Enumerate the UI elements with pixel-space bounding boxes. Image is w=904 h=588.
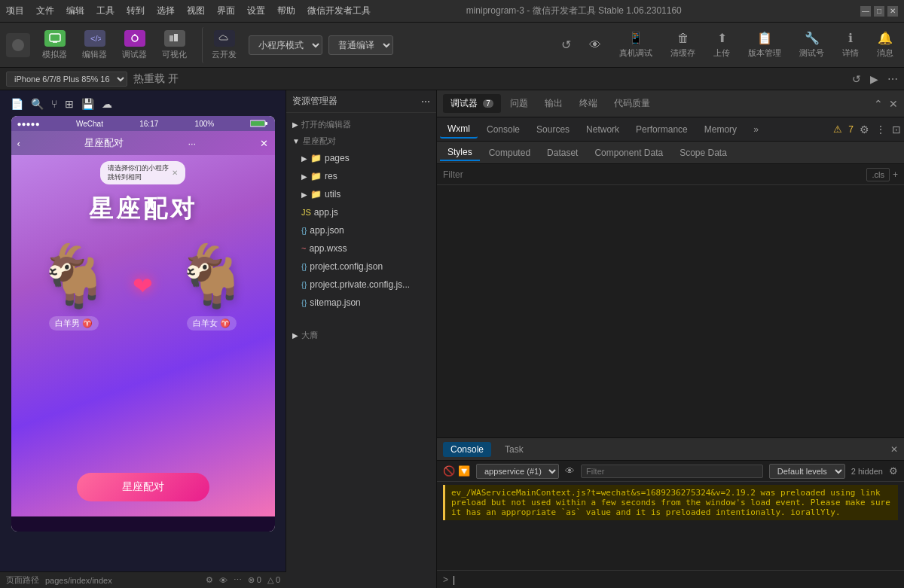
editor-icon: </> xyxy=(84,30,105,47)
sub-tab-console[interactable]: Console xyxy=(479,121,527,138)
hint-close-icon[interactable]: ✕ xyxy=(172,169,178,177)
console-service-select[interactable]: appservice (#1) xyxy=(476,464,559,479)
version-button[interactable]: 📋 版本管理 xyxy=(744,28,786,62)
tab-output[interactable]: 输出 xyxy=(537,94,570,113)
project-header[interactable]: ▼ 星座配对 xyxy=(286,133,436,149)
console-ban-icon[interactable]: 🚫 xyxy=(443,465,455,477)
cloud-dev-button[interactable]: 云开发 xyxy=(202,27,243,63)
footer-more-icon[interactable]: ⋯ xyxy=(234,575,242,585)
sub-tab-menu-icon[interactable]: ⋮ xyxy=(875,123,886,136)
file-app-js[interactable]: JS app.js xyxy=(286,203,436,221)
console-filter-input[interactable] xyxy=(581,465,763,478)
close-button[interactable]: ✕ xyxy=(887,6,898,17)
sub-tab-more[interactable]: » xyxy=(746,121,766,138)
console-task-tab[interactable]: Task xyxy=(497,442,531,457)
file-panel-icon-search[interactable]: 🔍 xyxy=(31,98,44,110)
menu-item-project[interactable]: 项目 xyxy=(6,5,24,17)
sub-tab-detach-icon[interactable]: ⊡ xyxy=(892,123,901,136)
folder-pages[interactable]: ▶ 📁 pages xyxy=(286,149,436,167)
sub-tab-performance[interactable]: Performance xyxy=(628,121,695,138)
footer-eye-icon[interactable]: 👁 xyxy=(219,576,228,585)
style-tab-styles[interactable]: Styles xyxy=(440,145,480,161)
sub-tab-sources[interactable]: Sources xyxy=(529,121,577,138)
open-editors-header[interactable]: ▶ 打开的编辑器 xyxy=(286,116,436,133)
style-tab-computed[interactable]: Computed xyxy=(481,145,538,160)
tab-quality[interactable]: 代码质量 xyxy=(606,94,658,113)
compile-select[interactable]: 普通编译 xyxy=(328,35,393,55)
tab-terminal[interactable]: 终端 xyxy=(572,94,605,113)
sub-tab-settings-icon[interactable]: ⚙ xyxy=(860,123,869,136)
cloud-icon xyxy=(214,30,235,47)
file-panel-icon-save[interactable]: 💾 xyxy=(81,98,94,110)
menu-item-file[interactable]: 文件 xyxy=(36,5,54,17)
menu-item-view[interactable]: 视图 xyxy=(187,5,205,17)
main-action-button[interactable]: 星座配对 xyxy=(77,473,209,501)
style-tab-scope-data[interactable]: Scope Data xyxy=(672,145,734,160)
tab-debugger[interactable]: 调试器 7 xyxy=(443,94,501,113)
detail-button[interactable]: ℹ 详情 xyxy=(838,28,863,62)
style-tab-component-data[interactable]: Component Data xyxy=(587,145,670,160)
file-panel-icon-branch[interactable]: ⑂ xyxy=(51,98,57,110)
tab-problems[interactable]: 问题 xyxy=(502,94,536,113)
simulator-button[interactable]: 模拟器 xyxy=(36,27,73,63)
editor-button[interactable]: </> 编辑器 xyxy=(76,27,113,63)
file-panel-icon-split[interactable]: ⊞ xyxy=(65,98,74,110)
file-app-wxss[interactable]: ~ app.wxss xyxy=(286,239,436,257)
folder-utils[interactable]: ▶ 📁 utils xyxy=(286,185,436,203)
menu-item-goto[interactable]: 转到 xyxy=(127,5,145,17)
footer-settings-icon[interactable]: ⚙ xyxy=(206,575,213,585)
folder-res[interactable]: ▶ 📁 res xyxy=(286,167,436,185)
file-project-config[interactable]: {} project.config.json xyxy=(286,257,436,276)
device-select[interactable]: iPhone 6/7/8 Plus 85% 16 xyxy=(6,72,127,87)
sub-tab-network[interactable]: Network xyxy=(579,121,627,138)
mode-select[interactable]: 小程序模式 xyxy=(249,35,322,55)
sub-tab-wxml[interactable]: Wxml xyxy=(440,120,478,139)
cls-button[interactable]: .cls xyxy=(866,168,890,181)
dapan-header[interactable]: ▶ 大膺 xyxy=(286,327,436,343)
file-project-private[interactable]: {} project.private.config.js... xyxy=(286,276,436,294)
file-app-json[interactable]: {} app.json xyxy=(286,221,436,239)
console-cursor[interactable]: | xyxy=(453,574,455,585)
debugger-button[interactable]: 调试器 xyxy=(116,27,153,63)
nav-more-icon[interactable]: ··· xyxy=(188,138,196,149)
clean-button[interactable]: 🗑 清缓存 xyxy=(666,29,700,62)
devtools-up-icon[interactable]: ⌃ xyxy=(874,98,883,110)
console-filter-icon[interactable]: 🔽 xyxy=(458,465,470,477)
menu-item-interface[interactable]: 界面 xyxy=(217,5,235,17)
visualize-button[interactable]: 可视化 xyxy=(156,27,193,63)
menu-item-help[interactable]: 帮助 xyxy=(277,5,295,17)
hot-reload-label[interactable]: 热重载 开 xyxy=(133,72,179,86)
file-panel-icon-cloud[interactable]: ☁ xyxy=(102,98,112,110)
file-sitemap[interactable]: {} sitemap.json xyxy=(286,294,436,312)
upload-button[interactable]: ⬆ 上传 xyxy=(709,28,734,62)
menu-item-tools[interactable]: 工具 xyxy=(96,5,115,17)
test-button[interactable]: 🔧 测试号 xyxy=(795,28,829,62)
maximize-button[interactable]: □ xyxy=(874,6,884,17)
minimize-button[interactable]: — xyxy=(860,6,871,17)
console-eye-icon[interactable]: 👁 xyxy=(565,465,575,477)
nav-back-icon[interactable]: ‹ xyxy=(17,138,20,149)
filter-add-icon[interactable]: + xyxy=(893,169,898,180)
device-refresh-icon[interactable]: ↺ xyxy=(852,73,861,85)
console-console-tab[interactable]: Console xyxy=(443,442,491,457)
remote-debug-button[interactable]: 📱 真机调试 xyxy=(615,28,657,62)
nav-close-icon[interactable]: ✕ xyxy=(260,138,268,149)
menu-item-select[interactable]: 选择 xyxy=(157,5,175,17)
notify-button[interactable]: 🔔 消息 xyxy=(872,28,898,62)
devtools-close-icon[interactable]: ✕ xyxy=(889,98,898,110)
resource-more-icon[interactable]: ⋯ xyxy=(421,96,430,107)
style-tab-dataset[interactable]: Dataset xyxy=(539,145,585,160)
console-settings-icon[interactable]: ⚙ xyxy=(889,465,898,477)
filter-input[interactable] xyxy=(443,169,863,180)
sub-tab-memory[interactable]: Memory xyxy=(697,121,744,138)
device-run-icon[interactable]: ▶ xyxy=(870,73,878,85)
console-level-select[interactable]: Default levels xyxy=(769,464,845,479)
file-panel-icon-pages[interactable]: 📄 xyxy=(11,98,23,110)
device-more-icon[interactable]: ⋯ xyxy=(887,73,898,85)
menu-item-wechat[interactable]: 微信开发者工具 xyxy=(307,5,371,17)
menu-item-settings[interactable]: 设置 xyxy=(247,5,265,17)
refresh-button[interactable]: ↺ xyxy=(557,35,576,55)
preview-button[interactable]: 👁 xyxy=(585,35,606,55)
console-close-icon[interactable]: ✕ xyxy=(890,444,898,455)
menu-item-edit[interactable]: 编辑 xyxy=(66,5,84,17)
